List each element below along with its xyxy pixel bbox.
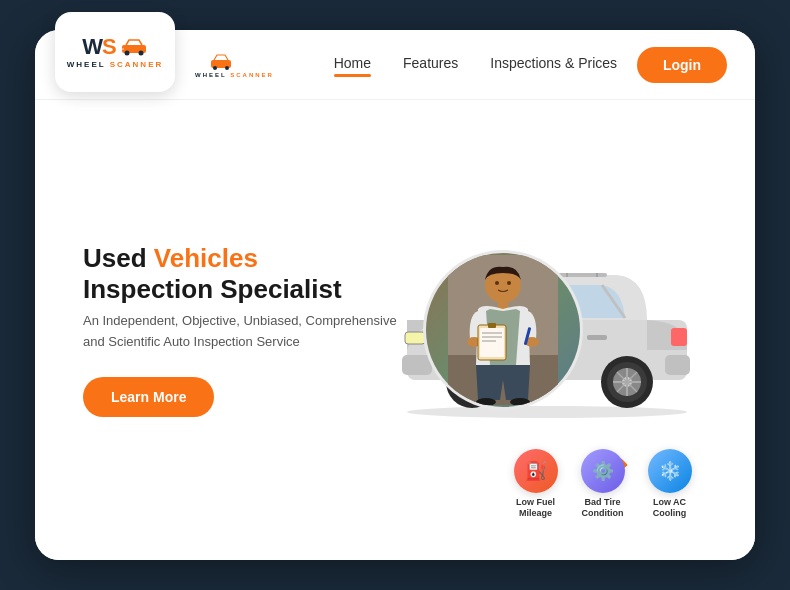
svg-rect-16 [480,328,504,357]
ac-label: Low AC Cooling [642,497,697,520]
tire-badge: ⚙️ Bad Tire Condition [575,449,630,520]
nav-inspections[interactable]: Inspections & Prices [490,55,617,75]
svg-rect-12 [498,301,508,309]
ac-badge: ❄️ Low AC Cooling [642,449,697,520]
svg-point-10 [495,281,499,285]
fuel-label: Low Fuel Mileage [508,497,563,520]
svg-rect-50 [587,335,607,340]
logo-badge: WS WHEEL SCANNER [55,12,175,92]
svg-point-56 [407,406,687,418]
feature-badges: ⛽ Low Fuel Mileage ⚙️ Bad Tire Condition… [508,449,697,520]
svg-rect-20 [488,323,496,328]
nav-logo-small: WHEEL SCANNER [195,52,274,78]
mechanic-svg [448,255,558,405]
svg-point-1 [124,50,129,55]
logo-ws-text: WS [82,36,115,58]
nav-car-icon [209,52,259,72]
browser-card: WS WHEEL SCANNER [35,30,755,560]
hero-section: Used Vehicles Inspection Specialist An I… [35,100,755,560]
hero-left: Used Vehicles Inspection Specialist An I… [83,243,403,417]
svg-point-2 [138,50,143,55]
ac-icon: ❄️ [648,449,692,493]
login-button[interactable]: Login [637,47,727,83]
svg-point-5 [213,66,217,70]
hero-title-used: Used [83,243,154,273]
logo-car-icon [120,38,148,56]
fuel-icon: ⛽ [514,449,558,493]
hero-title-vehicles: Vehicles [154,243,258,273]
svg-point-3 [122,48,124,50]
learn-more-button[interactable]: Learn More [83,377,214,417]
nav-links: Home Features Inspections & Prices [314,55,637,75]
hero-description: An Independent, Objective, Unbiased, Com… [83,311,403,353]
nav-features[interactable]: Features [403,55,458,75]
nav-home[interactable]: Home [334,55,371,75]
nav-logo-text: WHEEL SCANNER [195,72,274,78]
tire-label: Bad Tire Condition [575,497,630,520]
svg-rect-30 [405,332,425,344]
fuel-badge: ⛽ Low Fuel Mileage [508,449,563,520]
tire-icon: ⚙️ [581,449,625,493]
logo-icon-area: WS [82,36,147,58]
hero-title-specialist: Inspection Specialist [83,274,342,304]
svg-rect-29 [665,355,690,375]
hero-right: ⛽ Low Fuel Mileage ⚙️ Bad Tire Condition… [403,120,707,540]
hero-title: Used Vehicles Inspection Specialist [83,243,403,305]
logo-subtitle: WHEEL SCANNER [67,60,164,69]
mechanic-image [423,250,583,410]
svg-point-6 [225,66,229,70]
svg-rect-32 [671,328,687,346]
main-content: WHEEL SCANNER Home Features Inspections … [35,30,755,560]
svg-point-11 [507,281,511,285]
